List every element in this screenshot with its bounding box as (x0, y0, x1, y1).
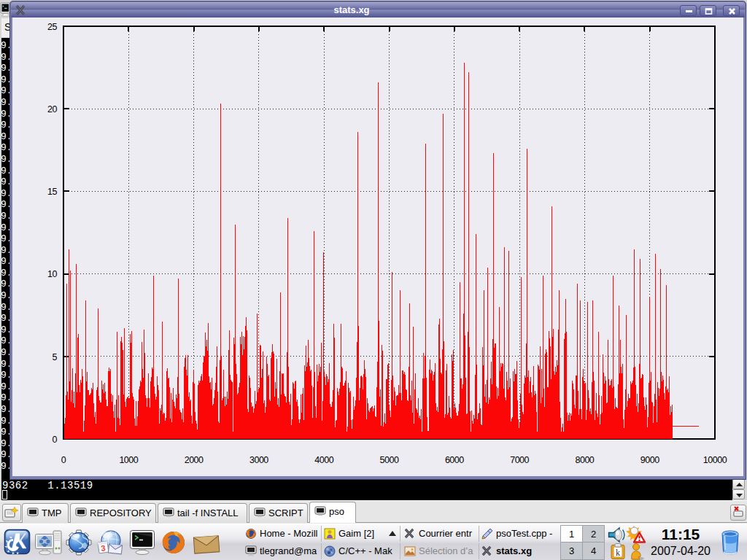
svg-text:15: 15 (47, 187, 57, 197)
svg-text:0: 0 (53, 435, 58, 445)
svg-text:1000: 1000 (119, 455, 138, 465)
svg-text:10: 10 (47, 269, 57, 279)
svg-text:10000: 10000 (703, 455, 727, 465)
svg-text:9000: 9000 (640, 455, 659, 465)
svg-text:4000: 4000 (314, 455, 333, 465)
svg-text:0: 0 (61, 455, 66, 465)
svg-text:7000: 7000 (510, 455, 529, 465)
svg-text:8000: 8000 (575, 455, 594, 465)
svg-text:3000: 3000 (249, 455, 268, 465)
svg-text:k: k (616, 548, 620, 558)
svg-text:20: 20 (47, 104, 57, 114)
svg-text:5: 5 (53, 352, 58, 362)
svg-text:6000: 6000 (445, 455, 464, 465)
svg-text:5000: 5000 (380, 455, 399, 465)
svg-text:2000: 2000 (185, 455, 204, 465)
svg-text:25: 25 (47, 22, 57, 32)
